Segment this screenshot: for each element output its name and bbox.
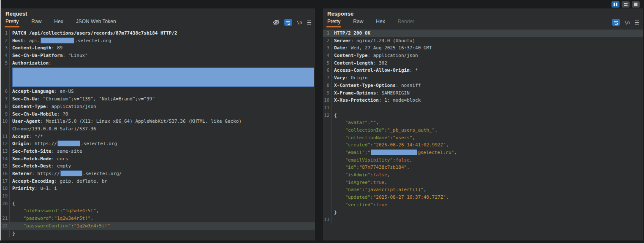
line-number: 3 [323, 44, 332, 52]
line-number: 21 [1, 215, 10, 222]
layout-columns-button[interactable] [611, 1, 620, 8]
code-line: "updated":"2025-08-27 16:37:40.727Z", [323, 194, 643, 201]
request-editor[interactable]: 1PATCH /api/collections/users/records/87… [1, 27, 315, 240]
redaction-inline [41, 38, 74, 43]
code-text: "isAgree":true, [332, 179, 643, 186]
code-line: 11Accept: */* [1, 133, 315, 140]
code-line: 7Sec-Ch-Ua: "Chromium";v="139", "Not;A=B… [1, 95, 315, 103]
code-text: Origin: https://.selectel.org [10, 140, 315, 148]
code-line: 6Accept-Language: en-US [1, 88, 315, 95]
code-text: Priority: u=1, i [10, 185, 315, 192]
code-line: 8X-Content-Type-Options: nosniff [323, 82, 643, 89]
line-number [323, 134, 332, 142]
line-number: 11 [323, 104, 332, 112]
code-text: User-Agent: Mozilla/5.0 (X11; Linux x86_… [10, 118, 315, 125]
code-text [332, 104, 643, 112]
code-line: 22 "passwordConfirm":"1q2w3e4r5t!" [1, 222, 315, 230]
code-text: Sec-Fetch-Mode: cors [10, 155, 315, 163]
line-number: 10 [1, 118, 10, 125]
line-number: 4 [323, 52, 332, 59]
response-tab-render: Render [397, 18, 415, 27]
code-text: "name":"javascript:alert(1)", [332, 186, 643, 194]
layout-buttons [611, 1, 640, 8]
code-line: "name":"javascript:alert(1)", [323, 186, 643, 194]
newline-chars-icon[interactable]: \n [297, 19, 302, 26]
code-line: 1HTTP/2 200 OK [323, 30, 643, 37]
line-number [1, 67, 10, 88]
eye-slash-icon[interactable] [273, 19, 280, 26]
code-text: Chrome/139.0.0.0 Safari/537.36 [10, 125, 315, 133]
code-text [10, 67, 315, 88]
code-line: 9X-Frame-Options: SAMEORIGIN [323, 89, 643, 97]
code-line: 18Priority: u=1, i [1, 185, 315, 192]
code-line: "collectionName":"users", [323, 134, 643, 142]
line-number: 5 [323, 59, 332, 67]
code-text [10, 192, 315, 200]
newline-chars-icon[interactable]: \n [625, 19, 630, 26]
code-line: 12Origin: https://.selectel.org [1, 140, 315, 148]
request-panel-title: Request [1, 8, 315, 18]
code-text: Sec-Fetch-Dest: empty [10, 162, 315, 170]
line-number: 18 [1, 185, 10, 192]
request-tab-raw[interactable]: Raw [30, 18, 42, 27]
panels-container: Request PrettyRawHexJSON Web Token \n☰ 1… [1, 8, 643, 240]
code-line: 3Content-Length: 89 [1, 44, 315, 52]
code-line: 8Content-Type: application/json [1, 103, 315, 111]
code-text: Sec-Fetch-Site: same-site [10, 148, 315, 155]
line-number: 13 [323, 216, 332, 224]
request-tab-pretty[interactable]: Pretty [5, 18, 19, 27]
word-wrap-icon[interactable] [284, 19, 292, 26]
code-line: 2Server: nginx/1.24.0 (Ubuntu) [323, 37, 643, 45]
layout-rows-button[interactable] [622, 1, 630, 8]
code-line: 5Authorization: [1, 59, 315, 67]
request-tab-hex[interactable]: Hex [53, 18, 64, 27]
topbar [1, 0, 644, 8]
menu-icon[interactable]: ☰ [307, 19, 312, 26]
line-number [1, 230, 10, 238]
code-line: 4Content-Type: application/json [323, 52, 643, 59]
line-number: 19 [1, 192, 10, 200]
layout-single-button[interactable] [632, 1, 640, 8]
code-line: 7Vary: Origin [323, 74, 643, 82]
code-text [332, 216, 643, 224]
code-text: "updated":"2025-08-27 16:37:40.727Z", [332, 194, 643, 201]
code-text: Accept: */* [10, 133, 315, 140]
code-line: } [323, 209, 643, 216]
line-number: 9 [1, 111, 10, 118]
code-line: 19 [1, 192, 315, 200]
line-number: 17 [1, 178, 10, 185]
response-tab-pretty[interactable]: Pretty [326, 18, 341, 27]
code-text: "collectionId":"_pb_users_auth_", [332, 127, 643, 134]
code-text: { [10, 200, 315, 208]
request-tab-json-web-token[interactable]: JSON Web Token [75, 18, 117, 27]
line-number [1, 125, 10, 133]
code-line: 5Content-Length: 302 [323, 59, 643, 67]
response-toolbar-icons: \n☰ [612, 19, 639, 27]
code-text: Content-Type: application/json [332, 52, 643, 59]
code-line: 10User-Agent: Mozilla/5.0 (X11; Linux x8… [1, 118, 315, 125]
code-line: 9Sec-Ch-Ua-Mobile: ?0 [1, 111, 315, 118]
response-tab-hex[interactable]: Hex [375, 18, 386, 27]
response-editor[interactable]: 1HTTP/2 200 OK2Server: nginx/1.24.0 (Ubu… [323, 27, 643, 240]
line-number: 9 [323, 89, 332, 97]
response-tab-raw[interactable]: Raw [352, 18, 364, 27]
request-toolbar-icons: \n☰ [273, 19, 312, 27]
code-line: 20{ [1, 200, 315, 208]
menu-icon[interactable]: ☰ [634, 19, 639, 26]
code-line: 14Sec-Fetch-Mode: cors [1, 155, 315, 163]
request-tabs: PrettyRawHexJSON Web Token [5, 18, 128, 27]
code-line: "email":"@selectel.ru", [323, 149, 643, 157]
code-text: "oldPassword":"1q2w3e4r5t", [10, 207, 315, 215]
code-line: "verified":true [323, 201, 643, 209]
line-number: 8 [1, 103, 10, 111]
line-number: 7 [323, 74, 332, 82]
line-number: 3 [1, 44, 10, 52]
word-wrap-icon[interactable] [612, 19, 620, 26]
code-text: X-Xss-Protection: 1; mode=block [332, 97, 643, 104]
code-text: "emailVisibility":false, [332, 157, 643, 164]
line-number: 14 [1, 155, 10, 163]
response-panel-title: Response [323, 8, 643, 18]
line-number [323, 171, 332, 179]
line-number: 11 [1, 133, 10, 140]
line-number: 13 [1, 148, 10, 155]
